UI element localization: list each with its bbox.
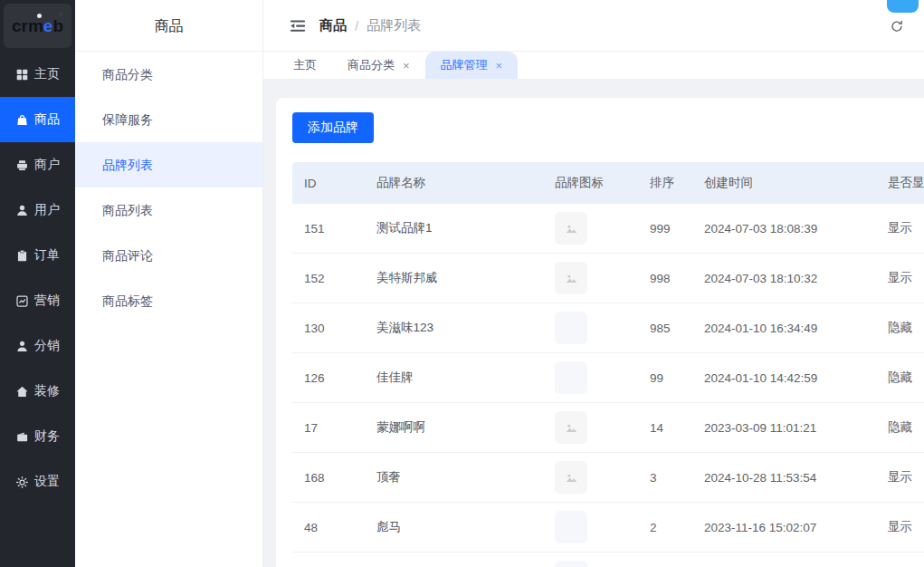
gear-icon	[15, 476, 29, 489]
primary-menu: 主页商品商户用户订单营销分销装修财务设置	[0, 52, 75, 505]
user-icon	[15, 204, 29, 217]
chart-icon	[15, 294, 29, 308]
content-area: 添加品牌 ID品牌名称品牌图标排序创建时间是否显示 151 测试品牌1 999 …	[263, 80, 924, 567]
brand-visible-status: 显示	[876, 270, 924, 286]
brand-created-time: 2024-01-10 16:34:49	[692, 322, 876, 335]
table-row: 126 佳佳牌 99 2024-01-10 14:42:59 隐藏	[292, 353, 924, 403]
sidebar-item-商品[interactable]: 商品	[0, 97, 75, 142]
sidebar-item-label: 主页	[34, 66, 60, 82]
picture-icon	[564, 420, 579, 436]
brand-name: 测试品牌1	[365, 220, 543, 236]
submenu-item-品牌列表[interactable]: 品牌列表	[75, 142, 262, 187]
brand-icon-cell	[543, 511, 638, 543]
tab-主页[interactable]: 主页	[278, 52, 332, 79]
submenu-item-保障服务[interactable]: 保障服务	[75, 97, 262, 142]
brand-id: 130	[292, 322, 365, 335]
picture-icon	[564, 470, 579, 485]
column-header-ID: ID	[292, 177, 365, 190]
content-card: 添加品牌 ID品牌名称品牌图标排序创建时间是否显示 151 测试品牌1 999 …	[276, 98, 924, 567]
picture-icon	[564, 271, 579, 286]
brand-icon-cell	[543, 411, 638, 444]
brand-name: 佳佳牌	[365, 370, 543, 386]
close-icon[interactable]: ×	[496, 60, 503, 72]
table-row: 152 美特斯邦威 998 2024-07-03 18:10:32 显示	[292, 254, 924, 303]
brand-created-time: 2024-10-28 11:53:54	[692, 471, 876, 485]
picture-icon	[564, 221, 579, 236]
submenu-item-商品评论[interactable]: 商品评论	[75, 233, 262, 278]
secondary-sidebar: 商品 商品分类保障服务品牌列表商品列表商品评论商品标签	[75, 0, 263, 567]
sidebar-item-商户[interactable]: 商户	[0, 142, 75, 187]
brand-id: 152	[292, 272, 365, 285]
sidebar-item-分销[interactable]: 分销	[0, 323, 75, 369]
breadcrumb-root[interactable]: 商品	[319, 17, 347, 34]
corner-widget[interactable]	[887, 0, 919, 13]
table-row	[292, 553, 924, 567]
sidebar-item-label: 用户	[34, 202, 60, 218]
table-row: 130 美滋味123 985 2024-01-10 16:34:49 隐藏	[292, 303, 924, 353]
tab-品牌管理[interactable]: 品牌管理×	[425, 52, 519, 79]
order-icon	[15, 249, 29, 263]
brand-id: 17	[292, 421, 365, 435]
brand-created-time: 2023-03-09 11:01:21	[692, 421, 876, 435]
column-header-是否显示: 是否显示	[876, 175, 924, 191]
brand-id: 126	[292, 371, 365, 385]
close-icon[interactable]: ×	[403, 60, 410, 72]
add-brand-button[interactable]: 添加品牌	[292, 112, 374, 143]
sidebar-item-label: 商品	[34, 111, 60, 128]
sidebar-item-装修[interactable]: 装修	[0, 369, 75, 414]
sidebar-item-用户[interactable]: 用户	[0, 187, 75, 233]
brand-icon-cell	[543, 262, 638, 294]
sidebar-item-主页[interactable]: 主页	[0, 52, 75, 97]
brand-image-placeholder	[555, 461, 587, 494]
sidebar-item-label: 商户	[34, 157, 60, 173]
brand-id: 168	[292, 471, 365, 485]
brand-image-placeholder	[555, 262, 587, 294]
tab-bar: 主页商品分类×品牌管理×	[263, 52, 924, 80]
breadcrumb-separator: /	[355, 18, 358, 34]
brand-visible-status: 隐藏	[876, 320, 924, 336]
sidebar-item-营销[interactable]: 营销	[0, 278, 75, 323]
sidebar-item-label: 订单	[34, 247, 60, 264]
brand-sort: 999	[638, 222, 692, 235]
brand-image-placeholder	[555, 361, 587, 394]
brand-name: 顶奢	[365, 469, 543, 485]
submenu-item-商品标签[interactable]: 商品标签	[75, 278, 262, 323]
grid-icon	[15, 68, 29, 82]
brand-image-placeholder	[555, 511, 587, 543]
column-header-品牌名称: 品牌名称	[365, 175, 543, 191]
tab-label: 品牌管理	[441, 57, 488, 73]
app-logo[interactable]: crmeb ®	[4, 4, 71, 48]
tab-label: 商品分类	[348, 57, 395, 73]
brand-id: 48	[292, 521, 365, 534]
brand-sort: 998	[638, 272, 692, 285]
column-header-创建时间: 创建时间	[692, 175, 876, 191]
breadcrumb: 商品 / 品牌列表	[319, 17, 421, 34]
collapse-menu-icon[interactable]	[290, 19, 307, 33]
refresh-icon[interactable]	[890, 19, 904, 34]
brand-image-placeholder	[555, 561, 587, 567]
sidebar-item-label: 设置	[34, 474, 60, 490]
tab-label: 主页	[293, 57, 317, 73]
sidebar-item-订单[interactable]: 订单	[0, 233, 75, 278]
brand-icon-cell	[543, 561, 638, 567]
column-header-品牌图标: 品牌图标	[543, 175, 638, 191]
team-icon	[15, 340, 29, 353]
breadcrumb-current: 品牌列表	[367, 17, 421, 34]
brand-sort: 14	[638, 421, 692, 435]
registered-mark: ®	[60, 12, 63, 17]
logo-text: crmeb	[12, 17, 63, 34]
brand-image-placeholder	[555, 312, 587, 344]
sidebar-item-财务[interactable]: 财务	[0, 414, 75, 459]
brand-created-time: 2023-11-16 15:02:07	[692, 521, 876, 534]
logo-dot-icon	[37, 14, 42, 18]
sidebar-item-设置[interactable]: 设置	[0, 459, 75, 505]
table-row: 17 蒙娜啊啊 14 2023-03-09 11:01:21 隐藏	[292, 403, 924, 453]
sidebar-item-label: 装修	[34, 383, 60, 399]
submenu-item-商品列表[interactable]: 商品列表	[75, 187, 262, 233]
brand-created-time: 2024-07-03 18:10:32	[692, 272, 876, 285]
wallet-icon	[15, 430, 29, 444]
brand-name: 美滋味123	[365, 320, 543, 336]
submenu-item-商品分类[interactable]: 商品分类	[75, 52, 262, 97]
sidebar-item-label: 营销	[34, 293, 60, 309]
tab-商品分类[interactable]: 商品分类×	[332, 52, 425, 79]
